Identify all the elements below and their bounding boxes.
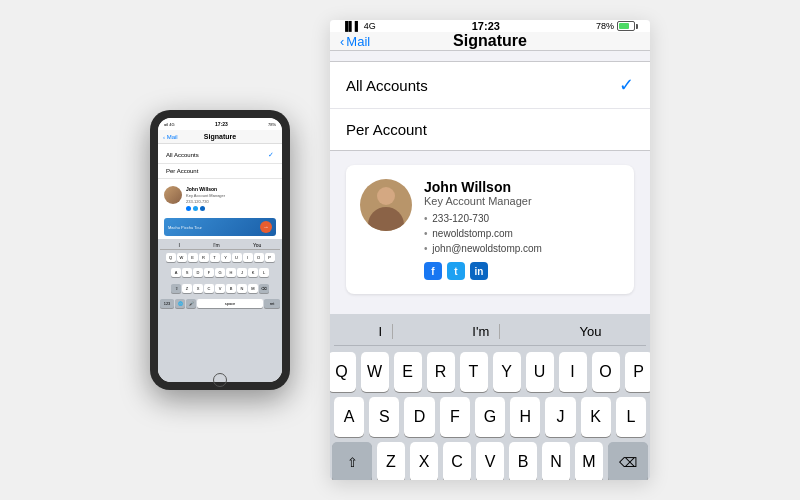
ios-kb-row-2: A S D F G H J K L: [334, 397, 646, 437]
small-key-return[interactable]: ret: [264, 299, 280, 308]
small-check-0: ✓: [268, 151, 274, 159]
key-j[interactable]: J: [545, 397, 575, 437]
key-a[interactable]: A: [334, 397, 364, 437]
key-x[interactable]: X: [410, 442, 438, 480]
key-g[interactable]: G: [475, 397, 505, 437]
key-l[interactable]: L: [616, 397, 646, 437]
small-key-v[interactable]: V: [215, 284, 225, 293]
small-key-l[interactable]: L: [259, 268, 269, 277]
key-q[interactable]: Q: [330, 352, 356, 392]
key-f[interactable]: F: [440, 397, 470, 437]
key-n[interactable]: N: [542, 442, 570, 480]
key-z[interactable]: Z: [377, 442, 405, 480]
small-key-backspace[interactable]: ⌫: [259, 284, 269, 293]
linkedin-icon[interactable]: in: [470, 262, 488, 280]
small-key-s[interactable]: S: [182, 268, 192, 277]
small-key-r[interactable]: R: [199, 253, 209, 262]
small-list-item-1[interactable]: Per Account: [158, 164, 282, 179]
small-key-g[interactable]: G: [215, 268, 225, 277]
ios-all-accounts-row[interactable]: All Accounts ✓: [330, 62, 650, 109]
small-key-globe[interactable]: 🌐: [175, 299, 185, 308]
ios-per-account-label: Per Account: [346, 121, 427, 138]
small-back-btn[interactable]: ‹ Mail: [163, 134, 178, 140]
facebook-icon[interactable]: f: [424, 262, 442, 280]
key-o[interactable]: O: [592, 352, 620, 392]
small-phone: atl 4G 17:23 78% ‹ Mail Signature All Ac…: [150, 110, 290, 390]
small-key-q[interactable]: Q: [166, 253, 176, 262]
small-key-u[interactable]: U: [232, 253, 242, 262]
small-kb-row-1: Q W E R T Y U I O P: [160, 253, 280, 262]
small-key-w[interactable]: W: [177, 253, 187, 262]
key-k[interactable]: K: [581, 397, 611, 437]
key-m[interactable]: M: [575, 442, 603, 480]
key-h[interactable]: H: [510, 397, 540, 437]
small-all-accounts-label: All Accounts: [166, 152, 199, 158]
key-t[interactable]: T: [460, 352, 488, 392]
small-signal: atl 4G: [164, 122, 175, 127]
small-key-b[interactable]: B: [226, 284, 236, 293]
small-key-t[interactable]: T: [210, 253, 220, 262]
small-home-button[interactable]: [213, 373, 227, 387]
key-p[interactable]: P: [625, 352, 651, 392]
small-key-p[interactable]: P: [265, 253, 275, 262]
small-key-mic[interactable]: 🎤: [186, 299, 196, 308]
small-nav-title: Signature: [204, 133, 236, 140]
key-y[interactable]: Y: [493, 352, 521, 392]
ios-per-account-row[interactable]: Per Account: [330, 109, 650, 150]
main-container: atl 4G 17:23 78% ‹ Mail Signature All Ac…: [0, 0, 800, 500]
key-b[interactable]: B: [509, 442, 537, 480]
email-dot: •: [424, 243, 428, 254]
key-c[interactable]: C: [443, 442, 471, 480]
small-kb-row-2: A S D F G H J K L: [160, 268, 280, 277]
small-predictive: I I'm You: [160, 241, 280, 250]
small-key-e[interactable]: E: [188, 253, 198, 262]
small-key-c[interactable]: C: [204, 284, 214, 293]
small-key-i[interactable]: I: [243, 253, 253, 262]
small-key-d[interactable]: D: [193, 268, 203, 277]
small-banner-arrow: →: [260, 221, 272, 233]
key-s[interactable]: S: [369, 397, 399, 437]
small-key-m[interactable]: M: [248, 284, 258, 293]
small-sig-name: John Willson: [186, 186, 276, 192]
small-key-y[interactable]: Y: [221, 253, 231, 262]
shift-key[interactable]: ⇧: [332, 442, 372, 480]
predictive-word-2[interactable]: You: [569, 324, 611, 339]
backspace-key[interactable]: ⌫: [608, 442, 648, 480]
twitter-icon[interactable]: t: [447, 262, 465, 280]
predictive-word-1[interactable]: I'm: [462, 324, 500, 339]
key-u[interactable]: U: [526, 352, 554, 392]
small-key-x[interactable]: X: [193, 284, 203, 293]
small-avatar: [164, 186, 182, 204]
small-sig-info: John Willson Key Account Manager 233-120…: [186, 186, 276, 211]
key-d[interactable]: D: [404, 397, 434, 437]
small-keyboard: I I'm You Q W E R T Y U I O P A: [158, 239, 282, 382]
ios-nav-title: Signature: [453, 32, 527, 50]
key-e[interactable]: E: [394, 352, 422, 392]
phone-dot: •: [424, 213, 428, 224]
small-key-h[interactable]: H: [226, 268, 236, 277]
small-key-f[interactable]: F: [204, 268, 214, 277]
key-w[interactable]: W: [361, 352, 389, 392]
battery-tip: [636, 24, 638, 29]
small-list-item-0[interactable]: All Accounts ✓: [158, 147, 282, 164]
ios-battery-pct: 78%: [596, 21, 614, 31]
small-key-j[interactable]: J: [237, 268, 247, 277]
key-v[interactable]: V: [476, 442, 504, 480]
small-key-123[interactable]: 123: [160, 299, 174, 308]
small-key-a[interactable]: A: [171, 268, 181, 277]
small-key-z[interactable]: Z: [182, 284, 192, 293]
ios-back-btn[interactable]: ‹ Mail: [340, 34, 370, 49]
small-key-n[interactable]: N: [237, 284, 247, 293]
key-r[interactable]: R: [427, 352, 455, 392]
small-key-shift[interactable]: ⇧: [171, 284, 181, 293]
key-i[interactable]: I: [559, 352, 587, 392]
small-key-k[interactable]: K: [248, 268, 258, 277]
small-key-space[interactable]: space: [197, 299, 263, 308]
battery-body: [617, 21, 635, 31]
ios-signature-card: John Willson Key Account Manager • 233-1…: [346, 165, 634, 294]
ios-kb-row-3: ⇧ Z X C V B N M ⌫: [334, 442, 646, 480]
small-key-o[interactable]: O: [254, 253, 264, 262]
predictive-word-0[interactable]: I: [369, 324, 394, 339]
ios-screen: ▐▌▌ 4G 17:23 78% ‹ Mail Signature: [330, 20, 650, 480]
web-dot: •: [424, 228, 428, 239]
